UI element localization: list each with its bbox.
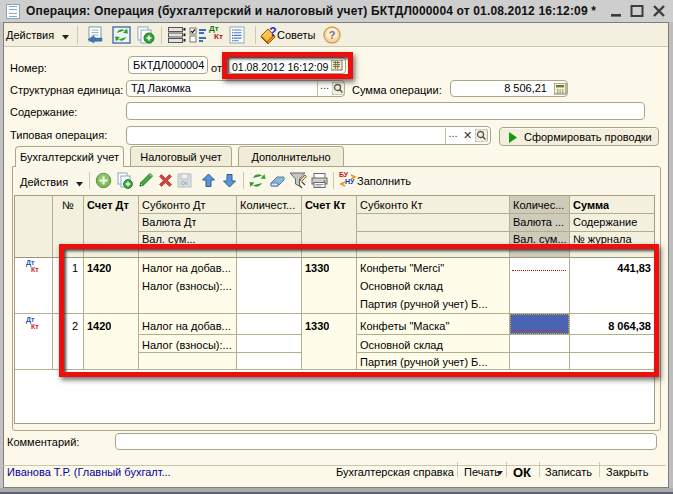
svg-text:?: ? bbox=[329, 29, 336, 41]
svg-text:?: ? bbox=[269, 27, 276, 39]
svg-text:ОК: ОК bbox=[181, 180, 188, 186]
